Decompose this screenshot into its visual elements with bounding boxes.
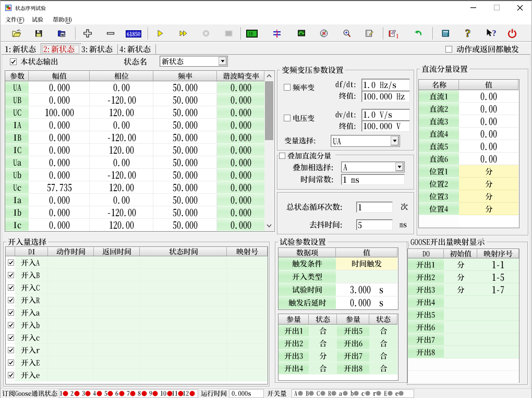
svg-text:?: ? bbox=[492, 29, 497, 38]
svg-text:?: ? bbox=[465, 27, 471, 40]
